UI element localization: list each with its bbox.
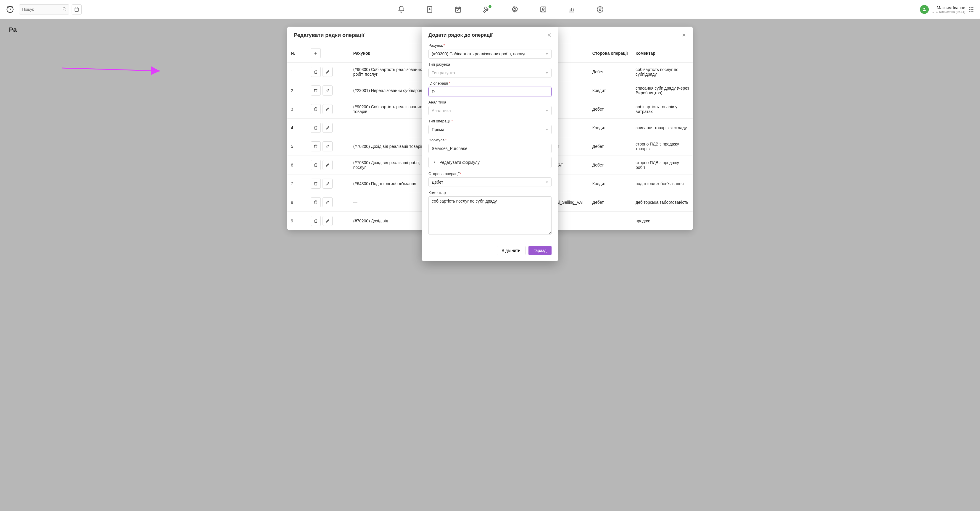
schedule-icon[interactable] [454, 6, 462, 13]
modal1-title: Редагувати рядки операції [294, 32, 364, 38]
cell-side [589, 212, 632, 230]
topbar: Максим Іванов СТО Клекотина (9444) [0, 0, 980, 19]
cell-comment: списання товарів зі складу [632, 119, 693, 137]
edit-button[interactable] [323, 179, 332, 189]
cell-actions [307, 100, 350, 119]
side-select[interactable]: Дебет [428, 178, 552, 187]
cell-account: (#23001) Нереалізований субпідряд [350, 81, 428, 100]
cell-actions [307, 193, 350, 212]
cell-num: 3 [287, 100, 307, 119]
svg-rect-15 [972, 9, 973, 10]
close-icon[interactable]: ✕ [682, 32, 686, 38]
cell-side: Дебет [589, 193, 632, 212]
svg-rect-17 [970, 11, 971, 11]
label-side: Сторона операції* [428, 171, 552, 176]
cell-side: Кредит [589, 119, 632, 137]
delete-button[interactable] [311, 141, 321, 151]
bell-icon[interactable] [398, 6, 405, 13]
cell-side: Кредит [589, 175, 632, 193]
col-side: Сторона операції [589, 44, 632, 63]
nav-icons [86, 6, 915, 13]
col-number: № [287, 44, 307, 63]
wrench-icon[interactable] [483, 6, 490, 13]
edit-button[interactable] [323, 141, 332, 151]
svg-point-7 [542, 8, 544, 10]
edit-formula-expander[interactable]: Редагувати формулу [428, 157, 552, 168]
delete-button[interactable] [311, 104, 321, 114]
user-name: Максим Іванов [937, 5, 965, 10]
user-area[interactable]: Максим Іванов СТО Клекотина (9444) [920, 5, 974, 14]
cell-comment: податкове зобов'яазання [632, 175, 693, 193]
cell-comment: списання субпідряду (через Виробництво) [632, 81, 693, 100]
cell-account: (#90300) Собівартість реалізованих робіт… [350, 63, 428, 81]
delete-button[interactable] [311, 86, 321, 95]
cell-account: (#70200) Дохід від реалізації товарів [350, 137, 428, 156]
cell-actions [307, 156, 350, 175]
acc-type-select[interactable]: Тип рахунка [428, 68, 552, 78]
svg-point-5 [514, 8, 516, 10]
cell-side: Дебет [589, 63, 632, 81]
delete-button[interactable] [311, 179, 321, 189]
comment-textarea[interactable] [428, 196, 552, 235]
svg-rect-18 [972, 11, 973, 11]
chart-icon[interactable] [568, 6, 576, 13]
edit-button[interactable] [323, 197, 332, 207]
cell-num: 4 [287, 119, 307, 137]
label-op-id: ID операції* [428, 81, 552, 86]
cell-num: 9 [287, 212, 307, 230]
account-select[interactable]: (#90300) Собівартість реалізованих робіт… [428, 49, 552, 59]
delete-button[interactable] [311, 160, 321, 170]
gear-icon[interactable] [511, 6, 519, 13]
edit-formula-label: Редагувати формулу [439, 160, 480, 165]
svg-rect-10 [969, 7, 970, 8]
label-comment: Коментар [428, 190, 552, 195]
cell-side: Дебет [589, 156, 632, 175]
new-doc-icon[interactable] [426, 6, 433, 13]
apps-grid-icon[interactable] [968, 6, 974, 13]
user-org: СТО Клекотина (9444) [932, 10, 965, 14]
edit-button[interactable] [323, 104, 332, 114]
add-row-button[interactable] [311, 48, 321, 58]
col-comment: Коментар [632, 44, 693, 63]
search-icon[interactable] [62, 7, 67, 11]
label-acc-type: Тип рахунка [428, 62, 552, 67]
edit-button[interactable] [323, 160, 332, 170]
cell-num: 8 [287, 193, 307, 212]
label-formula: Формула* [428, 138, 552, 142]
op-id-input[interactable] [428, 87, 552, 97]
analytics-select[interactable]: Аналітика [428, 106, 552, 115]
col-account: Рахунок [350, 44, 428, 63]
svg-point-1 [63, 7, 65, 10]
cell-num: 5 [287, 137, 307, 156]
delete-button[interactable] [311, 197, 321, 207]
cell-actions [307, 137, 350, 156]
cell-account: (#90200) Собівартість реалізованих товар… [350, 100, 428, 119]
edit-button[interactable] [323, 216, 332, 226]
delete-button[interactable] [311, 67, 321, 77]
edit-button[interactable] [323, 86, 332, 95]
delete-button[interactable] [311, 216, 321, 226]
svg-rect-12 [972, 7, 973, 8]
edit-button[interactable] [323, 123, 332, 133]
search-area [19, 5, 82, 14]
ok-button[interactable]: Гаразд [528, 246, 552, 255]
cell-num: 6 [287, 156, 307, 175]
delete-button[interactable] [311, 123, 321, 133]
contact-icon[interactable] [539, 6, 547, 13]
money-icon[interactable] [596, 6, 604, 13]
formula-input[interactable] [428, 144, 552, 153]
op-type-select[interactable]: Пряма [428, 125, 552, 134]
close-icon[interactable]: ✕ [547, 32, 552, 38]
cell-account: (#70200) Дохід від [350, 212, 428, 230]
cell-comment: сторно ПДВ з продажу товарів [632, 137, 693, 156]
add-row-modal: Додати рядок до операції ✕ Рахунок* (#90… [422, 27, 558, 261]
calendar-button[interactable] [72, 5, 82, 14]
cell-num: 2 [287, 81, 307, 100]
app-logo-icon[interactable] [6, 5, 14, 14]
cell-num: 7 [287, 175, 307, 193]
cancel-button[interactable]: Відмінити [497, 246, 525, 255]
cell-comment: продаж [632, 212, 693, 230]
edit-button[interactable] [323, 67, 332, 77]
search-input[interactable] [19, 5, 69, 14]
modal2-title: Додати рядок до операції [428, 32, 493, 38]
